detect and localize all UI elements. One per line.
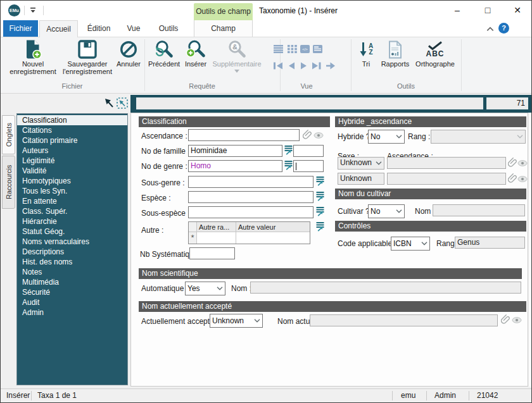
summary-field[interactable] [136,97,483,109]
view-attachment-icon[interactable] [512,317,522,323]
attach-icon[interactable] [508,173,518,183]
tab-accueil[interactable]: Accueil [39,20,78,37]
sidebar-item-admin[interactable]: Admin [17,307,127,318]
view-details-button[interactable] [313,44,322,56]
sidebar-item-validite[interactable]: Validité [17,166,127,176]
hybride-dropdown[interactable]: No [368,130,405,144]
sidebar-item-auteurs[interactable]: Auteurs [17,146,127,156]
tab-vue[interactable]: Vue [118,20,149,37]
autre-table-new-row[interactable]: * [189,232,310,244]
sidebar-item-noms-vernaculaires[interactable]: Noms vernaculaires [17,237,127,247]
lookup-list-icon[interactable] [316,176,324,186]
view-code-button[interactable]: </> [300,44,310,56]
form-right-gutter [529,113,532,387]
sort-button[interactable]: AZ Tri [355,39,377,68]
sidebar-item-en-attente[interactable]: En attente [17,196,127,206]
sidebar-item-citations[interactable]: Citations [17,125,127,135]
cancel-button[interactable]: Annuler [114,39,143,68]
select-mode-button[interactable] [117,97,128,109]
first-record-button[interactable] [273,61,284,73]
goto-record-button[interactable] [326,61,336,73]
sidebar-item-classification[interactable]: Classification [17,115,127,125]
lookup-list-icon[interactable] [284,145,293,155]
collapse-ribbon-button[interactable] [486,23,496,32]
ascendance-field[interactable] [188,129,300,141]
controles-rang-field: Genus [455,237,525,249]
tab-fichier[interactable]: Fichier [3,20,38,37]
tab-champ[interactable]: Champ [194,20,253,37]
supplementary-query-button[interactable]: & Supplémentaire [209,39,265,73]
spellcheck-button[interactable]: ABC Orthographe [413,39,457,68]
lookup-list-icon[interactable] [284,160,293,170]
save-record-button[interactable]: Sauvegarder l'enregistrement [60,39,115,75]
sidebar-item-hist-des-noms[interactable]: Hist. des noms [17,257,127,267]
insert-button[interactable]: Insérer [182,39,209,68]
attach-icon[interactable] [508,158,518,168]
attach-icon[interactable] [501,314,511,325]
actuellement-accepte-dropdown[interactable]: Unknown [210,314,263,328]
sidebar-item-descriptions[interactable]: Descriptions [17,247,127,257]
quick-access-toolbar-dropdown[interactable] [28,6,40,16]
sidebar-item-hierarchie[interactable]: Hiérarchie [17,216,127,226]
close-button[interactable]: ✕ [508,1,527,20]
sous-genre-field[interactable] [188,176,314,188]
autre-label: Autre : [141,226,163,235]
last-record-button[interactable] [311,61,322,73]
autre-valeur-cell[interactable] [236,232,310,244]
code-applicable-dropdown[interactable]: ICBN [391,237,430,251]
famille-extra-field[interactable] [293,145,324,157]
sidebar-tab-raccourcis[interactable]: Raccourcis [2,156,15,209]
sidebar-tab-onglets[interactable]: Onglets [2,115,15,154]
attach-icon[interactable] [303,130,313,140]
lookup-list-icon[interactable] [316,206,324,216]
sidebar-item-multimedia[interactable]: Multimédia [17,277,127,287]
previous-record-button[interactable] [287,61,296,73]
view-attachment-icon[interactable] [517,160,528,166]
previous-query-button[interactable]: Précédent [147,39,181,68]
cultivar-dropdown[interactable]: No [368,204,405,218]
contextual-tab-group-header[interactable]: Outils de champ [194,3,253,20]
col-autre-rang: Autre ra... [197,222,236,232]
reports-button[interactable]: Rapports [378,39,412,68]
sidebar-item-securite[interactable]: Sécurité [17,287,127,297]
sexe2-field: Unknown [338,173,384,185]
nb-systematique-field[interactable] [189,247,235,259]
sidebar-item-statut-geog[interactable]: Statut Géog. [17,226,127,237]
view-grid-button[interactable] [288,44,297,56]
view-attachment-icon[interactable] [517,176,528,182]
minimize-button[interactable]: – [448,1,467,20]
help-button[interactable]: ? [498,23,509,34]
sidebar-item-homotypiques[interactable]: Homotypiques [17,176,127,186]
sidebar-item-tous-les-syn[interactable]: Tous les Syn. [17,186,127,196]
maximize-button[interactable]: □ [478,1,497,20]
rang-dropdown-disabled [431,130,526,144]
sidebar-item-citation-primaire[interactable]: Citation primaire [17,135,127,146]
espece-field[interactable] [188,191,314,203]
lookup-list-icon[interactable] [316,191,324,201]
sexe1-dropdown[interactable]: Unknown [338,157,384,170]
tab-edition[interactable]: Édition [79,20,118,37]
sidebar-item-notes[interactable]: Notes [17,267,127,277]
new-record-button[interactable]: Nouvel enregistrement [4,39,61,75]
tab-outils[interactable]: Outils [149,20,188,37]
view-list-button[interactable] [274,44,283,56]
sidebar-item-legitimite[interactable]: Légitimité [17,156,127,166]
autre-rang-cell[interactable] [197,232,236,244]
genre-field[interactable]: Homo [188,160,282,172]
famille-field[interactable]: Hominidae [188,145,282,157]
sidebar-item-audit[interactable]: Audit [17,297,127,307]
edit-mode-button[interactable] [104,97,115,109]
sous-espece-field[interactable] [188,206,314,218]
sidebar-item-class-super[interactable]: Class. Supér. [17,206,127,216]
new-record-label: Nouvel enregistrement [4,60,61,75]
autre-table[interactable]: Autre ra... Autre valeur * [188,221,310,244]
view-attachment-icon[interactable] [314,132,324,139]
next-record-button[interactable] [299,61,308,73]
genre-extra-field[interactable] [293,160,324,172]
group-label-vue: Vue [275,82,338,90]
hybride-label: Hybride ? [338,132,370,141]
automatique-dropdown[interactable]: Yes [185,282,225,295]
emu-logo-icon[interactable]: EMu [8,4,20,16]
dropdown-caret-icon [234,70,239,73]
lookup-list-icon[interactable] [316,221,324,232]
